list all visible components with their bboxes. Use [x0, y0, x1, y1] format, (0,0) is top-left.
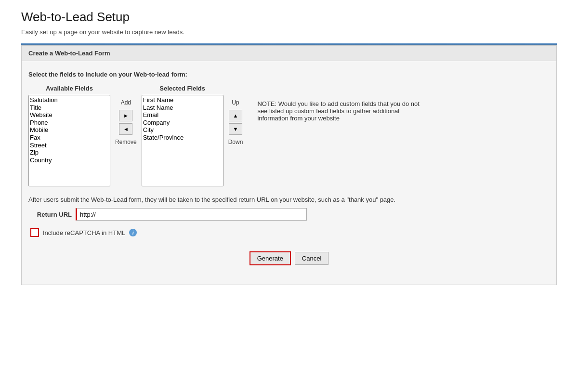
info-icon[interactable]: i [129, 229, 137, 236]
move-down-button[interactable]: ▼ [229, 123, 242, 135]
page-title: Web-to-Lead Setup [21, 10, 557, 25]
selected-fields-label: Selected Fields [159, 85, 205, 92]
up-label: Up [232, 99, 239, 106]
add-remove-area: Add ► ◄ Remove [110, 99, 142, 145]
available-fields-list[interactable]: SalutationTitleWebsitePhoneMobileFaxStre… [28, 95, 110, 186]
note-text: NOTE: Would you like to add custom field… [257, 100, 420, 122]
generate-button[interactable]: Generate [250, 251, 291, 265]
note-area: NOTE: Would you like to add custom field… [257, 100, 426, 122]
available-fields-label: Available Fields [46, 85, 93, 92]
available-fields-container: Available Fields SalutationTitleWebsiteP… [28, 85, 110, 186]
cancel-button[interactable]: Cancel [295, 252, 328, 265]
up-down-area: Up ▲ ▼ Down [223, 99, 243, 145]
return-url-text: After users submit the Web-to-Lead form,… [28, 196, 395, 203]
return-url-input[interactable] [76, 208, 307, 221]
down-label: Down [228, 139, 243, 145]
captcha-row: Include reCAPTCHA in HTML i [30, 228, 550, 237]
add-button[interactable]: ► [119, 110, 132, 121]
fields-label: Select the fields to include on your Web… [28, 71, 550, 78]
section-content: Select the fields to include on your Web… [22, 61, 556, 285]
selected-fields-container: Selected Fields First NameLast NameEmail… [142, 85, 223, 186]
selected-fields-list[interactable]: First NameLast NameEmailCompanyCityState… [142, 95, 223, 186]
remove-label: Remove [115, 139, 137, 145]
main-section: Create a Web-to-Lead Form Select the fie… [21, 45, 557, 285]
captcha-label: Include reCAPTCHA in HTML [43, 229, 125, 236]
captcha-checkbox[interactable] [30, 228, 39, 237]
button-row: Generate Cancel [28, 251, 550, 275]
return-url-label: Return URL [28, 211, 72, 218]
fields-area: Available Fields SalutationTitleWebsiteP… [28, 85, 550, 186]
return-url-row: Return URL [28, 208, 550, 221]
page-subtitle: Easily set up a page on your website to … [21, 28, 557, 36]
remove-button[interactable]: ◄ [119, 123, 132, 135]
move-up-button[interactable]: ▲ [229, 110, 242, 121]
return-url-section: After users submit the Web-to-Lead form,… [28, 196, 550, 221]
section-header: Create a Web-to-Lead Form [22, 46, 556, 61]
add-label: Add [121, 99, 131, 106]
